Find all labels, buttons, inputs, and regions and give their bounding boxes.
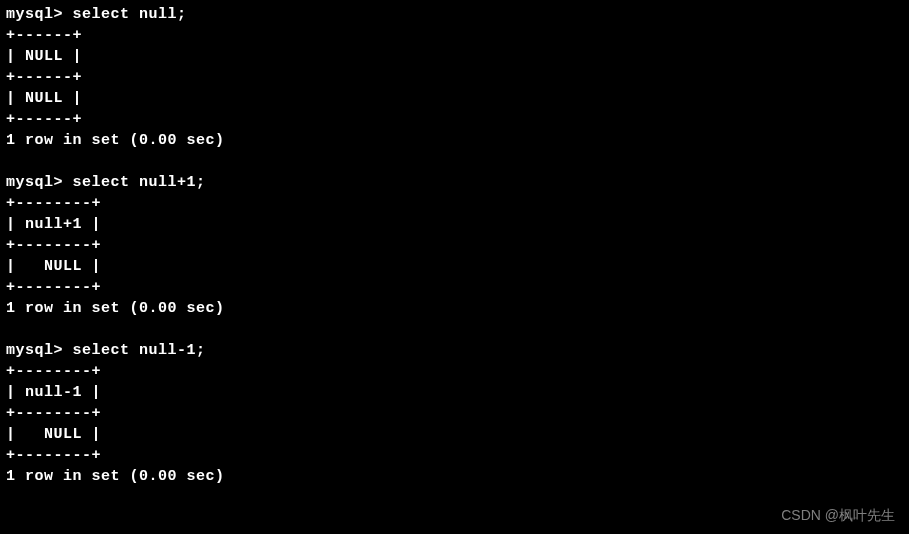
status-line: 1 row in set (0.00 sec) [6, 466, 903, 487]
table-border: +--------+ [6, 235, 903, 256]
terminal-output: mysql> select null; +------+ | NULL | +-… [6, 4, 903, 487]
status-line: 1 row in set (0.00 sec) [6, 130, 903, 151]
table-header: | null-1 | [6, 382, 903, 403]
table-header: | null+1 | [6, 214, 903, 235]
prompt-line[interactable]: mysql> select null-1; [6, 340, 903, 361]
prompt-line[interactable]: mysql> select null; [6, 4, 903, 25]
table-row: | NULL | [6, 88, 903, 109]
table-row: | NULL | [6, 256, 903, 277]
table-border: +------+ [6, 67, 903, 88]
mysql-prompt: mysql> [6, 6, 73, 23]
table-border: +--------+ [6, 403, 903, 424]
mysql-prompt: mysql> [6, 342, 73, 359]
sql-command: select null+1; [73, 174, 206, 191]
table-row: | NULL | [6, 424, 903, 445]
sql-command: select null; [73, 6, 187, 23]
table-border: +--------+ [6, 193, 903, 214]
table-border: +------+ [6, 25, 903, 46]
table-border: +------+ [6, 109, 903, 130]
blank-line [6, 319, 903, 340]
mysql-prompt: mysql> [6, 174, 73, 191]
table-border: +--------+ [6, 361, 903, 382]
table-header: | NULL | [6, 46, 903, 67]
table-border: +--------+ [6, 445, 903, 466]
table-border: +--------+ [6, 277, 903, 298]
status-line: 1 row in set (0.00 sec) [6, 298, 903, 319]
blank-line [6, 151, 903, 172]
sql-command: select null-1; [73, 342, 206, 359]
prompt-line[interactable]: mysql> select null+1; [6, 172, 903, 193]
watermark-text: CSDN @枫叶先生 [781, 506, 895, 526]
